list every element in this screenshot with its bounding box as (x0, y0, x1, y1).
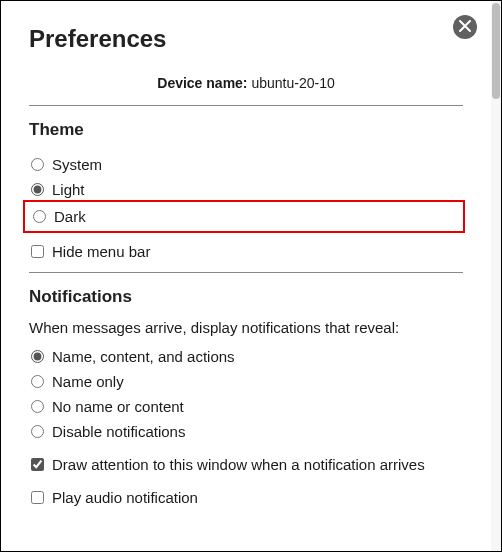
notif-option-label: Disable notifications (52, 421, 185, 442)
checkbox-hide-menu-bar[interactable] (31, 245, 44, 258)
notif-option-label: No name or content (52, 396, 184, 417)
preferences-dialog: Preferences Device name: ubuntu-20-10 Th… (0, 0, 502, 552)
radio-notif-none[interactable] (31, 400, 44, 413)
notif-option-none[interactable]: No name or content (29, 394, 463, 419)
draw-attention-label: Draw attention to this window when a not… (52, 454, 425, 475)
device-name-row: Device name: ubuntu-20-10 (29, 71, 463, 105)
radio-notif-full[interactable] (31, 350, 44, 363)
hide-menu-bar-label: Hide menu bar (52, 241, 150, 262)
notif-option-name-only[interactable]: Name only (29, 369, 463, 394)
divider (29, 105, 463, 106)
theme-option-label: Dark (54, 206, 86, 227)
theme-option-system[interactable]: System (29, 152, 463, 177)
checkbox-play-audio[interactable] (31, 491, 44, 504)
notifications-intro: When messages arrive, display notificati… (29, 319, 463, 336)
notif-option-disable[interactable]: Disable notifications (29, 419, 463, 444)
play-audio-label: Play audio notification (52, 487, 198, 508)
notif-option-label: Name, content, and actions (52, 346, 235, 367)
page-title: Preferences (29, 25, 463, 53)
theme-option-label: System (52, 154, 102, 175)
radio-theme-system[interactable] (31, 158, 44, 171)
section-title-theme: Theme (29, 120, 463, 140)
theme-option-label: Light (52, 179, 85, 200)
section-title-notifications: Notifications (29, 287, 463, 307)
hide-menu-bar-option[interactable]: Hide menu bar (29, 239, 463, 264)
radio-theme-dark[interactable] (33, 210, 46, 223)
notif-option-label: Name only (52, 371, 124, 392)
divider (29, 272, 463, 273)
device-name-label: Device name: (157, 75, 247, 91)
notif-option-full[interactable]: Name, content, and actions (29, 344, 463, 369)
scrollbar-thumb[interactable] (492, 3, 500, 99)
highlighted-option: Dark (23, 200, 465, 233)
radio-theme-light[interactable] (31, 183, 44, 196)
preferences-scroll[interactable]: Preferences Device name: ubuntu-20-10 Th… (1, 1, 491, 551)
close-button[interactable] (453, 15, 477, 39)
checkbox-draw-attention[interactable] (31, 458, 44, 471)
radio-notif-disable[interactable] (31, 425, 44, 438)
play-audio-option[interactable]: Play audio notification (29, 485, 463, 510)
draw-attention-option[interactable]: Draw attention to this window when a not… (29, 452, 463, 477)
device-name-value: ubuntu-20-10 (251, 75, 334, 91)
radio-notif-name-only[interactable] (31, 375, 44, 388)
theme-option-light[interactable]: Light (29, 177, 463, 202)
theme-option-dark[interactable]: Dark (31, 204, 461, 229)
close-icon (459, 18, 471, 36)
scrollbar-track[interactable] (491, 1, 501, 551)
